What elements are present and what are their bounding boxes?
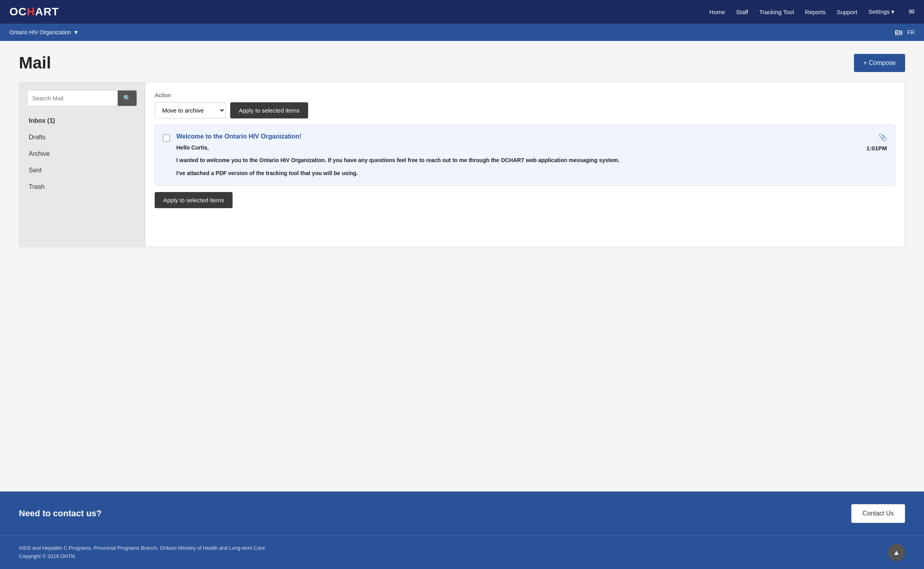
- logo-area: OCHART: [9, 6, 59, 18]
- sidebar-item-inbox[interactable]: Inbox (1): [19, 113, 145, 129]
- email-time: 1:01PM: [866, 145, 887, 151]
- main-content: Mail + Compose 🔍 Inbox (1) Drafts Archiv…: [0, 41, 924, 491]
- footer-contact: Need to contact us? Contact Us: [0, 491, 924, 536]
- email-greeting: Hello Curtis,: [176, 143, 849, 152]
- lang-switcher: EN FR: [895, 29, 915, 35]
- contact-us-button[interactable]: Contact Us: [851, 504, 905, 523]
- top-nav: OCHART Home Staff Tracking Tool Reports …: [0, 0, 924, 24]
- action-bar-top: Action Move to archive Apply to selected…: [155, 92, 895, 118]
- nav-tracking-tool[interactable]: Tracking Tool: [759, 9, 794, 15]
- footer-copy: AIDS and Hepatitis C Programs, Provincia…: [19, 544, 266, 561]
- action-label: Action: [155, 92, 895, 98]
- search-button[interactable]: 🔍: [118, 91, 137, 106]
- compose-button[interactable]: + Compose: [854, 54, 905, 72]
- search-icon: 🔍: [123, 95, 131, 102]
- contact-heading: Need to contact us?: [19, 508, 102, 519]
- footer-copy-line1: AIDS and Hepatitis C Programs, Provincia…: [19, 544, 266, 552]
- lang-fr[interactable]: FR: [907, 29, 915, 35]
- nav-links: Home Staff Tracking Tool Reports Support…: [710, 7, 915, 16]
- nav-reports[interactable]: Reports: [805, 9, 826, 15]
- apply-bottom-button[interactable]: Apply to selected items: [155, 192, 233, 208]
- email-item: Welcome to the Ontario HIV Organization!…: [155, 125, 895, 186]
- sidebar-item-trash[interactable]: Trash: [19, 179, 145, 195]
- sidebar-item-archive[interactable]: Archive: [19, 146, 145, 162]
- search-box: 🔍: [27, 90, 137, 106]
- mail-container: 🔍 Inbox (1) Drafts Archive Sent Trash Ac…: [19, 82, 905, 247]
- email-body-line1: I wanted to welcome you to the Ontario H…: [176, 156, 849, 164]
- email-meta: 📎 1:01PM: [856, 133, 887, 151]
- page-header: Mail + Compose: [19, 54, 905, 72]
- email-subject[interactable]: Welcome to the Ontario HIV Organization!: [176, 133, 849, 140]
- search-input[interactable]: [28, 91, 118, 106]
- sidebar-item-sent[interactable]: Sent: [19, 162, 145, 179]
- email-checkbox[interactable]: [163, 135, 170, 142]
- attachment-icon: 📎: [878, 133, 887, 142]
- lang-en[interactable]: EN: [895, 29, 902, 35]
- nav-staff[interactable]: Staff: [736, 9, 748, 15]
- footer-bottom: AIDS and Hepatitis C Programs, Provincia…: [0, 536, 924, 569]
- mail-sidebar: 🔍 Inbox (1) Drafts Archive Sent Trash: [19, 82, 145, 247]
- org-selector[interactable]: Ontario HIV Organization ▼: [9, 29, 79, 35]
- nav-support[interactable]: Support: [837, 9, 857, 15]
- action-select[interactable]: Move to archive: [155, 102, 225, 118]
- footer-copy-line2: Copyright © 2019 OHTN.: [19, 552, 266, 561]
- mail-panel: Action Move to archive Apply to selected…: [145, 82, 905, 247]
- nav-home[interactable]: Home: [710, 9, 725, 15]
- logo: OCHART: [9, 6, 59, 18]
- page-title: Mail: [19, 54, 51, 72]
- dropdown-arrow-icon: ▼: [73, 29, 79, 35]
- sidebar-item-drafts[interactable]: Drafts: [19, 129, 145, 146]
- apply-top-button[interactable]: Apply to selected items: [230, 102, 308, 118]
- sub-nav: Ontario HIV Organization ▼ EN FR: [0, 24, 924, 41]
- nav-settings[interactable]: Settings ▾: [869, 8, 894, 15]
- action-controls: Move to archive Apply to selected items: [155, 102, 895, 118]
- envelope-icon[interactable]: ✉: [909, 7, 915, 16]
- scroll-top-button[interactable]: ▲: [888, 544, 905, 561]
- email-body: Welcome to the Ontario HIV Organization!…: [176, 133, 849, 177]
- org-name: Ontario HIV Organization: [9, 29, 71, 35]
- email-body-line2: I've attached a PDF version of the track…: [176, 169, 849, 177]
- search-area: 🔍: [19, 90, 145, 113]
